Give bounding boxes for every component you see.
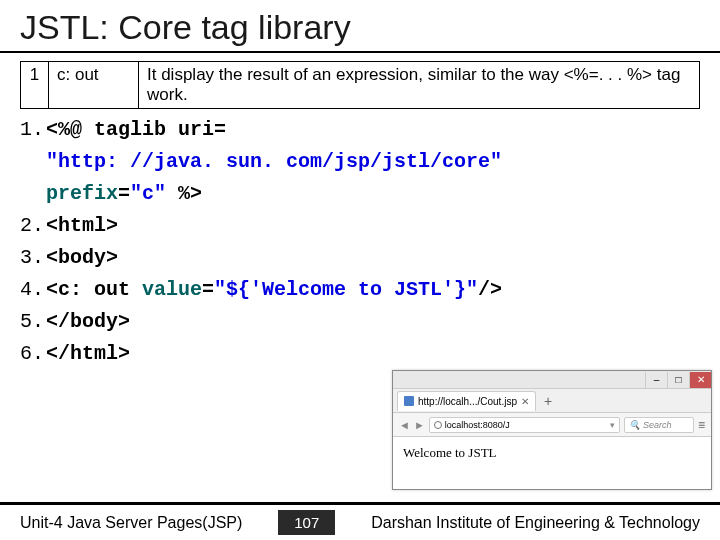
forward-button[interactable]: ► — [414, 419, 425, 431]
slide-title: JSTL: Core tag library — [0, 0, 720, 53]
table-row: 1 c: out It display the result of an exp… — [21, 62, 700, 109]
code-line-1c: prefix="c" %> — [20, 179, 700, 209]
browser-toolbar: ◄ ► localhost:8080/J ▾ 🔍 Search ≡ — [393, 413, 711, 437]
page-icon — [404, 396, 414, 406]
new-tab-button[interactable]: + — [540, 393, 556, 409]
back-button[interactable]: ◄ — [399, 419, 410, 431]
code-line-2: 2. <html> — [20, 211, 700, 241]
search-placeholder: Search — [643, 420, 672, 430]
globe-icon — [434, 421, 442, 429]
code-line-5: 5. </body> — [20, 307, 700, 337]
line-number: 5. — [20, 307, 46, 337]
tag-name: c: out — [49, 62, 139, 109]
tab-title: http://localh.../Cout.jsp — [418, 396, 517, 407]
line-number: 3. — [20, 243, 46, 273]
line-number: 4. — [20, 275, 46, 305]
address-bar[interactable]: localhost:8080/J ▾ — [429, 417, 620, 433]
code-line-4: 4. <c: out value="${'Welcome to JSTL'}"/… — [20, 275, 700, 305]
line-number: 2. — [20, 211, 46, 241]
close-button[interactable]: ✕ — [689, 372, 711, 388]
code-line-1: 1. <%@ taglib uri= — [20, 115, 700, 145]
browser-content: Welcome to JSTL — [393, 437, 711, 469]
browser-titlebar: – □ ✕ — [393, 371, 711, 389]
url-text: localhost:8080/J — [445, 420, 510, 430]
search-icon: 🔍 — [629, 420, 640, 430]
footer-right: Darshan Institute of Engineering & Techn… — [371, 514, 700, 532]
code-line-1b: "http: //java. sun. com/jsp/jstl/core" — [20, 147, 700, 177]
menu-icon[interactable]: ≡ — [698, 418, 705, 432]
slide-footer: Unit-4 Java Server Pages(JSP) 107 Darsha… — [0, 502, 720, 540]
tab-close-icon[interactable]: ✕ — [521, 396, 529, 407]
tag-number: 1 — [21, 62, 49, 109]
code-example: 1. <%@ taglib uri= "http: //java. sun. c… — [20, 115, 700, 369]
tag-definition-table: 1 c: out It display the result of an exp… — [20, 61, 700, 109]
line-number: 1. — [20, 115, 46, 145]
browser-tab[interactable]: http://localh.../Cout.jsp ✕ — [397, 391, 536, 411]
footer-left: Unit-4 Java Server Pages(JSP) — [20, 514, 242, 532]
browser-tab-strip: http://localh.../Cout.jsp ✕ + — [393, 389, 711, 413]
slide-number: 107 — [278, 510, 335, 535]
maximize-button[interactable]: □ — [667, 372, 689, 388]
line-number: 6. — [20, 339, 46, 369]
dropdown-icon[interactable]: ▾ — [610, 420, 615, 430]
code-line-6: 6. </html> — [20, 339, 700, 369]
tag-description: It display the result of an expression, … — [139, 62, 700, 109]
search-bar[interactable]: 🔍 Search — [624, 417, 694, 433]
browser-window: – □ ✕ http://localh.../Cout.jsp ✕ + ◄ ► … — [392, 370, 712, 490]
code-line-3: 3. <body> — [20, 243, 700, 273]
minimize-button[interactable]: – — [645, 372, 667, 388]
